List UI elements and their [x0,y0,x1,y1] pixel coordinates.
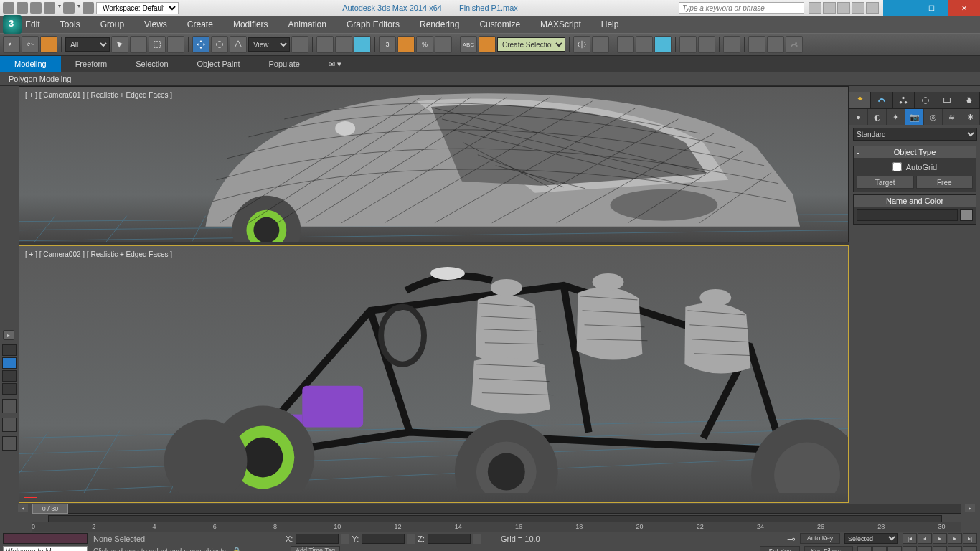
display-tab-icon[interactable] [936,92,958,108]
window-crossing-icon[interactable] [167,36,184,53]
x-input[interactable] [296,534,339,544]
add-time-tag-button[interactable]: Add Time Tag [291,546,340,552]
link-icon[interactable] [3,36,20,53]
menu-modifiers[interactable]: Modifiers [233,19,268,29]
angle-snap-icon[interactable] [397,36,415,53]
close-button[interactable]: ✕ [948,0,980,16]
rendered-frame-icon[interactable] [767,36,784,53]
free-button[interactable]: Free [916,176,974,189]
rollout-header-objtype[interactable]: -Object Type [854,146,976,158]
tab-objectpaint[interactable]: Object Paint [183,56,255,72]
open-icon[interactable] [17,2,28,14]
create-tab-icon[interactable] [849,92,871,108]
leftbar-slot-2[interactable] [2,357,17,369]
select-object-icon[interactable] [111,36,128,53]
setkey-button[interactable]: Set Key [760,546,800,552]
maxscript-mini-listener-white[interactable] [3,546,88,552]
maximize-button[interactable]: ☐ [915,0,948,16]
select-name-icon[interactable] [130,36,147,53]
keyfilters-button[interactable]: Key Filters... [804,546,853,552]
menu-group[interactable]: Group [100,19,124,29]
fov-icon[interactable] [933,546,947,552]
autogrid-checkbox[interactable] [892,162,902,171]
play-icon[interactable]: ▸ [933,533,947,544]
motion-tab-icon[interactable] [915,92,936,108]
percent-snap-icon[interactable]: % [416,36,433,53]
color-swatch[interactable] [960,209,973,221]
spacewarps-icon[interactable]: ≋ [943,109,961,125]
help-icon[interactable] [866,2,879,14]
manipulate-icon[interactable] [316,36,334,53]
modify-tab-icon[interactable] [871,92,892,108]
named-selection-dropdown[interactable]: Create Selection Se [497,37,565,52]
zoom-all-icon[interactable] [903,546,917,552]
selection-filter-select[interactable]: All [65,37,110,52]
tab-freeform[interactable]: Freeform [61,56,122,72]
snap-toggle-3-icon[interactable]: 3 [379,36,396,53]
search-go-icon[interactable] [809,2,821,14]
lock-selection-icon[interactable]: 🔒 [232,547,242,552]
create-category-select[interactable]: Standard [853,128,977,141]
menu-edit[interactable]: Edit [25,19,40,29]
leftbar-slot-4[interactable] [2,383,17,395]
schematic-icon[interactable] [698,36,715,53]
zoom-icon[interactable] [887,546,902,552]
object-name-input[interactable] [857,209,958,221]
viewport-layout-1-icon[interactable] [2,399,17,413]
undo-icon[interactable] [44,2,55,14]
z-input[interactable] [428,534,471,544]
y-input[interactable] [362,534,405,544]
timeslider-next-icon[interactable]: ▸ [965,504,975,512]
ribbon-minimize-icon[interactable]: ✉ ▾ [329,60,343,69]
viewport-layout-3-icon[interactable] [2,436,17,451]
workspace-select[interactable]: Workspace: Default [96,2,179,14]
orbit-icon[interactable] [948,546,962,552]
mirror-icon[interactable] [573,36,590,53]
project-icon[interactable] [83,2,94,14]
keyboard-shortcut-icon[interactable] [335,36,352,53]
save-icon[interactable] [30,2,42,14]
viewport-label-bot[interactable]: [ + ] [ Camera002 ] [ Realistic + Edged … [25,250,172,258]
maxscript-mini-listener-pink[interactable] [3,533,88,544]
viewport-label-top[interactable]: [ + ] [ Camera001 ] [ Realistic + Edged … [25,91,172,99]
pan-icon[interactable] [872,546,887,552]
menu-grapheditors[interactable]: Graph Editors [347,19,400,29]
viewport-camera001[interactable]: [ + ] [ Camera001 ] [ Realistic + Edged … [19,86,849,242]
target-button[interactable]: Target [857,176,914,189]
zoom-extents-icon[interactable] [918,546,932,552]
unlink-icon[interactable] [22,36,39,53]
leftbar-expand-icon[interactable]: ▸ [3,330,14,340]
goto-end-icon[interactable]: ▸| [963,533,977,544]
graphite-icon[interactable] [654,36,672,53]
favorites-icon[interactable] [852,2,864,14]
select-region-icon[interactable] [149,36,166,53]
cameras-icon[interactable]: 📷 [905,109,924,125]
menu-views[interactable]: Views [144,19,167,29]
menu-customize[interactable]: Customize [479,19,520,29]
app-menu-button[interactable] [3,15,22,34]
edit-named-sel-icon[interactable]: ABC [460,36,477,53]
z-spinner[interactable] [473,534,481,544]
menu-animation[interactable]: Animation [288,19,326,29]
menu-create[interactable]: Create [187,19,213,29]
viewport-camera002[interactable]: [ + ] [ Camera002 ] [ Realistic + Edged … [19,245,849,503]
next-frame-icon[interactable]: ▸ [948,533,962,544]
bind-spacewarp-icon[interactable] [40,36,57,53]
move-icon[interactable] [192,36,209,53]
hierarchy-tab-icon[interactable] [893,92,915,108]
named-selection-icon[interactable] [354,36,371,53]
leftbar-slot-1[interactable] [2,344,17,356]
time-slider[interactable]: ◂ 0 / 30 ▸ [32,504,961,514]
spinner-snap-icon[interactable] [435,36,452,53]
tab-populate[interactable]: Populate [254,56,314,72]
redo-icon[interactable] [63,2,75,14]
maximize-vp-icon[interactable] [963,546,977,552]
key-mode-icon[interactable]: ⊸ [787,533,796,545]
timeslider-prev-icon[interactable]: ◂ [18,504,28,512]
scale-icon[interactable] [230,36,247,53]
curve-editor-icon[interactable] [679,36,697,53]
keyfilters-select[interactable]: Selected [844,533,898,544]
rollout-header-namecolor[interactable]: -Name and Color [854,195,976,207]
menu-help[interactable]: Help [601,19,619,29]
pivot-center-icon[interactable] [291,36,308,53]
